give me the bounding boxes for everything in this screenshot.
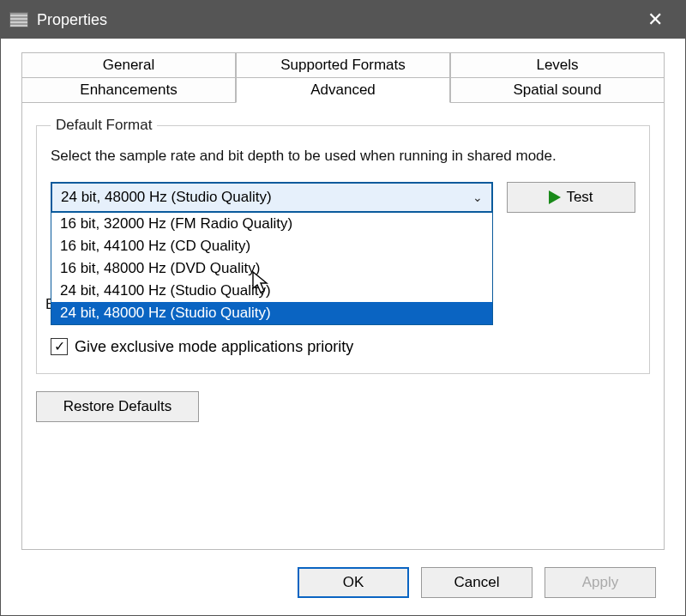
tab-advanced-body: Default Format Select the sample rate an… [21,102,665,550]
format-option[interactable]: 16 bit, 32000 Hz (FM Radio Quality) [51,213,492,235]
apply-button[interactable]: Apply [545,567,656,598]
default-format-desc: Select the sample rate and bit depth to … [51,146,635,166]
ok-button[interactable]: OK [298,567,409,598]
restore-defaults-button[interactable]: Restore Defaults [36,391,199,422]
window-title: Properties [37,11,634,29]
default-format-legend: Default Format [51,117,157,134]
exclusive-priority-checkbox[interactable]: ✓ [51,338,68,355]
dialog-buttons: OK Cancel Apply [15,559,671,615]
tab-levels[interactable]: Levels [450,52,665,78]
cancel-button[interactable]: Cancel [421,567,533,598]
tab-spatial-sound[interactable]: Spatial sound [450,77,665,103]
default-format-group: Default Format Select the sample rate an… [36,117,650,374]
tab-enhancements[interactable]: Enhancements [21,77,236,103]
exclusive-priority-row[interactable]: ✓ Give exclusive mode applications prior… [51,338,635,356]
format-option[interactable]: 24 bit, 44100 Hz (Studio Quality) [51,280,492,302]
properties-window: Properties ✕ General Supported Formats L… [0,0,686,616]
tab-supported-formats[interactable]: Supported Formats [236,52,450,78]
test-button-label: Test [566,189,593,206]
test-button[interactable]: Test [507,182,635,213]
format-option-selected[interactable]: 24 bit, 48000 Hz (Studio Quality) [51,302,492,324]
close-button[interactable]: ✕ [634,1,677,39]
format-combo-list: 16 bit, 32000 Hz (FM Radio Quality) 16 b… [51,213,493,325]
play-icon [549,190,561,204]
format-combo-box[interactable]: 24 bit, 48000 Hz (Studio Quality) ⌄ [51,182,493,213]
format-combo-selected: 24 bit, 48000 Hz (Studio Quality) [61,189,272,206]
audio-device-icon [9,12,28,27]
tab-general[interactable]: General [21,52,236,78]
format-option[interactable]: 16 bit, 48000 Hz (DVD Quality) [51,257,492,280]
tab-strip: General Supported Formats Levels Enhance… [15,52,671,102]
format-option[interactable]: 16 bit, 44100 Hz (CD Quality) [51,235,492,257]
title-bar[interactable]: Properties ✕ [1,1,685,39]
dialog-content: General Supported Formats Levels Enhance… [1,39,685,615]
chevron-down-icon: ⌄ [472,190,483,204]
format-combo[interactable]: 24 bit, 48000 Hz (Studio Quality) ⌄ 16 b… [51,182,493,213]
close-icon: ✕ [647,9,663,31]
exclusive-priority-label: Give exclusive mode applications priorit… [75,338,353,356]
tab-advanced[interactable]: Advanced [236,77,450,103]
